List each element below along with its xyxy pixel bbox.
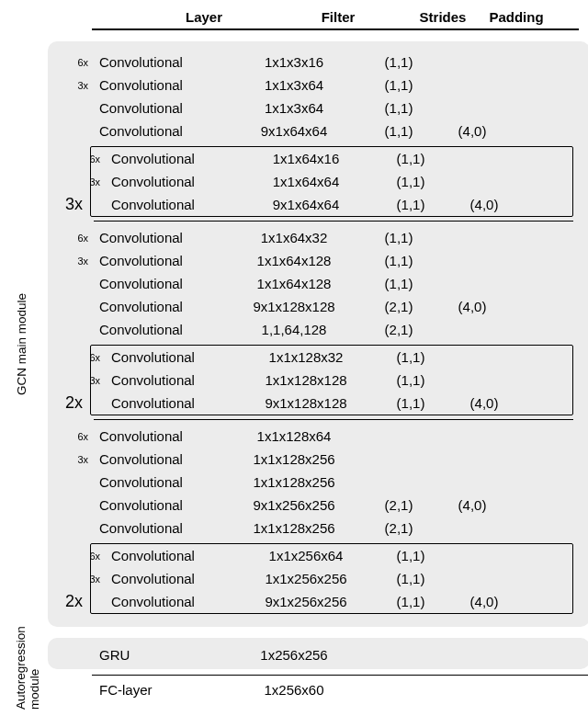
- header-padding: Padding: [480, 9, 553, 25]
- repeat-label: 3x: [48, 80, 94, 91]
- cell-layer: Convolutional: [94, 100, 226, 116]
- cell-layer: Convolutional: [94, 54, 226, 70]
- group-boxed: 2x6xConvolutional1x1x256x64(1,1)3xConvol…: [90, 543, 573, 614]
- cell-strides: (2,1): [362, 497, 435, 513]
- cell-strides: (1,1): [362, 230, 435, 245]
- rule: [92, 675, 588, 676]
- cell-layer: Convolutional: [94, 77, 226, 93]
- cell-layer: Convolutional: [106, 395, 238, 411]
- cell-layer: Convolutional: [106, 548, 238, 563]
- block-multiplier: 3x: [65, 195, 83, 214]
- table-row: 3xConvolutional1x1x64x128(1,1): [48, 249, 588, 272]
- gcn-block: 6xConvolutional1x1x3x16(1,1)3xConvolutio…: [48, 41, 588, 627]
- cell-padding: (4,0): [435, 123, 509, 139]
- table-row: Convolutional1x1x3x64(1,1): [48, 97, 588, 119]
- cell-layer: Convolutional: [94, 520, 226, 536]
- cell-filter: 1x1x64x128: [226, 276, 362, 291]
- header-strides: Strides: [406, 9, 480, 25]
- cell-filter: 1x256x60: [226, 682, 362, 698]
- table-row: Convolutional9x1x256x256(2,1)(4,0): [48, 494, 588, 517]
- cell-layer: Convolutional: [106, 174, 238, 189]
- cell-layer: Convolutional: [94, 322, 226, 337]
- cell-filter: 9x1x64x64: [226, 123, 362, 139]
- table-row: 3xConvolutional1x1x128x256: [48, 448, 588, 471]
- cell-strides: (1,1): [374, 395, 447, 411]
- cell-layer: Convolutional: [94, 451, 226, 467]
- repeat-label: 6x: [60, 352, 106, 363]
- cell-layer: FC-layer: [94, 682, 226, 698]
- cell-layer: Convolutional: [94, 253, 226, 268]
- cell-filter: 1,1,64,128: [226, 322, 362, 337]
- table-row: Convolutional9x1x256x256(1,1)(4,0): [60, 590, 572, 613]
- cell-layer: Convolutional: [94, 123, 226, 139]
- cell-layer: Convolutional: [94, 230, 226, 245]
- table-body: 6xConvolutional1x1x3x16(1,1)3xConvolutio…: [48, 41, 588, 701]
- group-boxed: 2x6xConvolutional1x1x128x32(1,1)3xConvol…: [90, 345, 573, 415]
- cell-filter: 1x1x64x128: [226, 253, 362, 268]
- table-row: 6xConvolutional1x1x256x64(1,1): [60, 544, 572, 567]
- group-top: 6xConvolutional1x1x128x643xConvolutional…: [48, 425, 588, 540]
- block-multiplier: 2x: [65, 393, 83, 413]
- cell-filter: 1x1x256x256: [238, 571, 374, 586]
- cell-layer: Convolutional: [106, 151, 238, 166]
- table-row: Convolutional1x1x64x128(1,1): [48, 272, 588, 295]
- cell-filter: 9x1x256x256: [226, 497, 362, 513]
- block-multiplier: 2x: [65, 592, 83, 611]
- group-boxed: 3x6xConvolutional1x1x64x16(1,1)3xConvolu…: [90, 146, 573, 217]
- cell-padding: (4,0): [447, 594, 521, 609]
- table-header: Layer Filter Strides Padding: [92, 9, 579, 30]
- table-row: 3xConvolutional1x1x3x64(1,1): [48, 74, 588, 97]
- table-row: 6xConvolutional1x1x128x32(1,1): [60, 346, 572, 369]
- table-row: 3xConvolutional1x1x64x64(1,1): [60, 170, 572, 193]
- cell-layer: Convolutional: [106, 594, 238, 609]
- cell-filter: 1x1x128x128: [238, 372, 374, 388]
- table-row: 3xConvolutional1x1x256x256(1,1): [60, 567, 572, 590]
- repeat-label: 6x: [60, 551, 106, 562]
- cell-filter: 1x256x256: [226, 647, 362, 663]
- cell-strides: (1,1): [374, 151, 447, 166]
- table-row: Convolutional9x1x64x64(1,1)(4,0): [48, 119, 588, 142]
- table-row: Convolutional1,1,64,128(2,1): [48, 318, 588, 341]
- repeat-label: 3x: [48, 256, 94, 267]
- cell-filter: 9x1x128x128: [226, 299, 362, 314]
- ar-block: GRU1x256x256: [48, 638, 588, 669]
- cell-filter: 1x1x128x32: [238, 349, 374, 365]
- side-label-ar: Autoregressionmodule: [15, 626, 42, 710]
- repeat-label: 3x: [48, 454, 94, 465]
- cell-filter: 1x1x256x64: [238, 548, 374, 563]
- cell-layer: Convolutional: [94, 299, 226, 314]
- cell-layer: Convolutional: [94, 276, 226, 291]
- cell-filter: 1x1x128x256: [226, 520, 362, 536]
- cell-padding: (4,0): [435, 497, 509, 513]
- cell-strides: (1,1): [362, 123, 435, 139]
- cell-filter: 1x1x3x64: [226, 100, 362, 116]
- header-filter: Filter: [270, 9, 406, 25]
- cell-strides: (1,1): [374, 349, 447, 365]
- table-row: Convolutional1x1x128x256: [48, 471, 588, 494]
- cell-strides: (1,1): [362, 276, 435, 291]
- table-row: GRU1x256x256: [48, 643, 588, 666]
- cell-strides: (2,1): [362, 299, 435, 314]
- table-row: 6xConvolutional1x1x3x16(1,1): [48, 51, 588, 74]
- cell-filter: 9x1x256x256: [238, 594, 374, 609]
- cell-strides: (1,1): [374, 174, 447, 189]
- table-row: Convolutional9x1x128x128(2,1)(4,0): [48, 295, 588, 318]
- cell-layer: Convolutional: [94, 428, 226, 444]
- cell-filter: 1x1x128x64: [226, 428, 362, 444]
- table-row: 3xConvolutional1x1x128x128(1,1): [60, 369, 572, 392]
- repeat-label: 6x: [48, 233, 94, 244]
- section-separator: [94, 419, 573, 420]
- table-row: Convolutional9x1x128x128(1,1)(4,0): [60, 392, 572, 415]
- cell-strides: (2,1): [362, 322, 435, 337]
- repeat-label: 6x: [48, 57, 94, 68]
- table-row: FC-layer1x256x60: [48, 678, 588, 701]
- cell-filter: 9x1x128x128: [238, 395, 374, 411]
- cell-filter: 1x1x64x32: [226, 230, 362, 245]
- cell-filter: 1x1x128x256: [226, 474, 362, 490]
- fc-row-area: FC-layer1x256x60: [48, 678, 588, 701]
- side-label-gcn: GCN main module: [15, 293, 28, 395]
- cell-layer: Convolutional: [106, 372, 238, 388]
- cell-strides: (1,1): [374, 571, 447, 586]
- table-row: Convolutional9x1x64x64(1,1)(4,0): [60, 193, 572, 216]
- table-row: 6xConvolutional1x1x64x32(1,1): [48, 226, 588, 249]
